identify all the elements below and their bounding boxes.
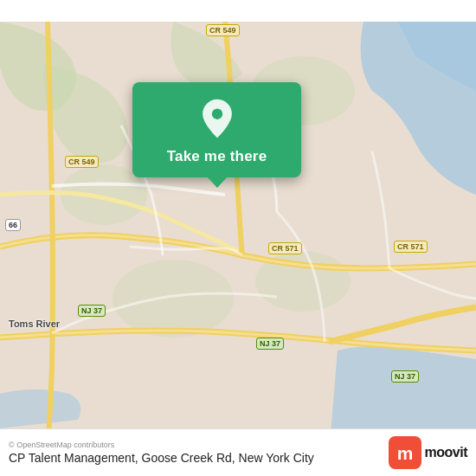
moovit-m-icon: m [389, 436, 421, 469]
svg-point-5 [211, 108, 222, 119]
location-name-text: CP Talent Management, Goose Creek Rd, Ne… [9, 451, 314, 465]
bottom-bar: © OpenStreetMap contributors CP Talent M… [0, 428, 476, 476]
location-text-block: © OpenStreetMap contributors CP Talent M… [9, 441, 314, 465]
road-badge-nj37-mid: NJ 37 [256, 338, 284, 350]
place-label-toms-river: Toms River [9, 318, 60, 329]
road-badge-cr571-mid: CR 571 [268, 242, 302, 254]
svg-point-3 [113, 260, 234, 338]
road-badge-cr549-mid: CR 549 [65, 156, 99, 168]
road-badge-66: 66 [5, 219, 21, 231]
moovit-logo: m moovit [389, 436, 467, 469]
road-badge-cr549-top: CR 549 [206, 24, 240, 36]
road-badge-nj37-right: NJ 37 [391, 370, 419, 383]
road-badge-nj37-left: NJ 37 [78, 305, 106, 317]
road-badge-cr571-right: CR 571 [394, 241, 428, 253]
popup-card[interactable]: Take me there [132, 82, 301, 177]
map-container: CR 549 CR 549 CR 34 CR 571 CR 571 NJ 37 … [0, 0, 476, 476]
svg-text:m: m [396, 443, 413, 463]
attribution-text: © OpenStreetMap contributors [9, 441, 314, 449]
map-pin-icon [196, 98, 238, 139]
take-me-there-button-label: Take me there [167, 148, 267, 165]
map-svg [0, 0, 476, 476]
moovit-brand-text: moovit [425, 445, 467, 460]
